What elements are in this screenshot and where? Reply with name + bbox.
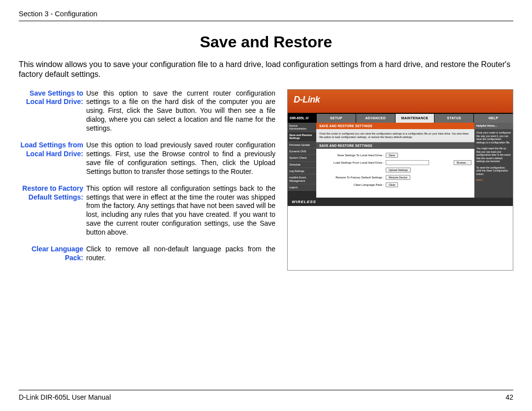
tab-help[interactable]: HELP [473,114,513,123]
file-path-input[interactable] [386,160,429,165]
intro-paragraph: This window allows you to save your conf… [19,59,513,79]
sidebar-item-admin[interactable]: Device Administration [288,123,316,133]
hints-paragraph: Once your router is configured the way y… [476,131,511,144]
save-label: Save Settings To Local Hard Drive : [319,154,386,157]
upload-settings-button[interactable]: Upload Settings [386,168,411,172]
clear-button[interactable]: Clear [386,182,398,187]
sidebar-item-ddns[interactable]: Dynamic DNS [288,148,316,155]
panel-title: SAVE AND RESTORE SETTINGS [316,123,474,129]
save-button[interactable]: Save [386,153,398,158]
definition-label: Clear Language Pack: [19,245,86,263]
definition-row: Save Settings to Local Hard Drive: Use t… [19,89,275,134]
definition-row: Load Settings from Local Hard Drive: Use… [19,141,275,176]
router-screenshot: D-Link DIR-605L/// SETUP ADVANCED MAINTE… [287,89,513,271]
tab-setup[interactable]: SETUP [316,114,356,123]
sidebar-item-logout[interactable]: Logout [288,184,316,191]
hints-paragraph: To save the configuration, click the Sav… [476,166,511,176]
tab-advanced[interactable]: ADVANCED [356,114,395,123]
definition-row: Restore to Factory Default Settings: Thi… [19,184,275,237]
hints-more-link[interactable]: More… [476,178,511,182]
model-label: DIR-605L/// [288,114,316,123]
section-header: Section 3 - Configuration [19,10,513,21]
panel-description: Once the router is configured you can sa… [316,129,474,142]
router-sidebar: Device Administration Save and Restore S… [288,123,316,198]
definition-text: Use this option to load previously saved… [86,141,275,176]
sidebar-item-schedule[interactable]: Schedule [288,162,316,168]
router-center-panel: SAVE AND RESTORE SETTINGS Once the route… [316,123,474,198]
restore-label: Restore To Factory Default Settings : [319,176,386,179]
definition-text: Use this option to save the current rout… [86,89,275,134]
definition-label: Load Settings from Local Hard Drive: [19,141,86,176]
footer-page-number: 42 [505,393,513,401]
load-label: Load Settings From Local Hard Drive : [319,161,386,164]
definition-text: This option will restore all configurati… [86,184,275,237]
page-title: Save and Restore [19,33,513,51]
sidebar-item-firmware[interactable]: Firmware Update [288,142,316,148]
definitions-list: Save Settings to Local Hard Drive: Use t… [19,89,275,271]
router-footer: WIRELESS [288,198,513,206]
clear-label: Clear Language Pack : [319,183,386,186]
tab-status[interactable]: STATUS [434,114,473,123]
page-footer: D-Link DIR-605L User Manual 42 [19,390,513,401]
sidebar-item-syscheck[interactable]: System Check [288,155,316,161]
definition-row: Clear Language Pack: Click to remove all… [19,245,275,263]
definition-label: Restore to Factory Default Settings: [19,184,86,237]
definition-label: Save Settings to Local Hard Drive: [19,89,86,134]
sidebar-item-save-restore[interactable]: Save and Restore Settings [288,132,316,142]
hints-title: Helpful Hints… [474,123,513,130]
router-tab-row: DIR-605L/// SETUP ADVANCED MAINTENANCE S… [288,114,513,123]
tab-maintenance[interactable]: MAINTENANCE [395,114,434,123]
footer-manual-name: D-Link DIR-605L User Manual [19,393,111,401]
browse-button[interactable]: Browse… [454,160,471,165]
hints-paragraph: You might need this file so that you can… [476,147,511,163]
definition-text: Click to remove all non-default language… [86,245,275,263]
router-brand: D-Link [288,90,513,114]
panel-subtitle: SAVE AND RESTORE SETTINGS [316,142,474,149]
sidebar-item-event[interactable]: mydlink Event Management [288,174,316,184]
helpful-hints-panel: Helpful Hints… Once your router is confi… [474,123,513,198]
restore-device-button[interactable]: Restore Device [386,175,410,180]
sidebar-item-log[interactable]: Log Settings [288,168,316,174]
